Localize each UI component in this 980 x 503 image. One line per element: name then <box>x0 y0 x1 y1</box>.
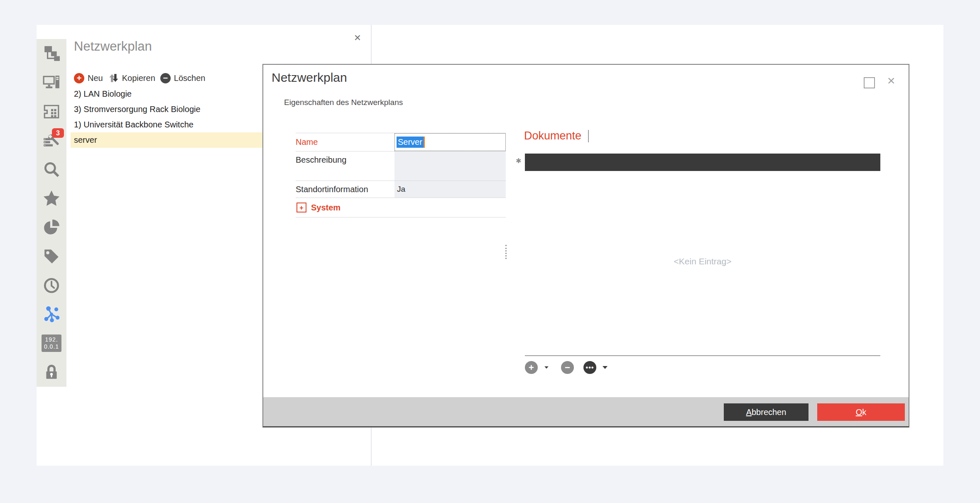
tag-icon <box>43 248 60 265</box>
location-label: Standortinformation <box>296 181 394 198</box>
documents-separator <box>525 355 880 356</box>
favorites-star-icon <box>43 190 60 207</box>
search-icon <box>43 161 60 178</box>
sidebar-item-service-tools[interactable]: 3 <box>37 126 66 155</box>
delete-button-label: Löschen <box>174 73 206 83</box>
topology-icon <box>43 45 60 62</box>
masked-entry-marker-icon: ✱ <box>516 157 521 165</box>
floorplan-icon <box>43 103 60 120</box>
panel-toolbar: + Neu Kopieren − Löschen <box>74 71 205 85</box>
sidebar-item-favorites[interactable] <box>37 184 66 213</box>
copy-button[interactable]: Kopieren <box>108 73 155 83</box>
workstation-icon <box>43 74 60 91</box>
navigation-sidebar: 3 <box>37 39 66 387</box>
description-field[interactable] <box>394 151 506 181</box>
minus-circle-icon: − <box>160 73 171 83</box>
expand-plus-icon[interactable]: + <box>296 203 306 212</box>
sidebar-item-history[interactable] <box>37 271 66 300</box>
plus-circle-icon: + <box>74 73 84 83</box>
more-options-button[interactable]: ••• <box>583 361 596 374</box>
panel-title: Netzwerkplan <box>74 39 152 54</box>
pane-splitter-handle[interactable] <box>505 245 507 259</box>
sidebar-item-permissions[interactable] <box>37 358 66 387</box>
network-map-icon <box>43 305 60 323</box>
sidebar-item-ip-addresses[interactable]: 192. 0.0.1 <box>37 329 66 358</box>
sidebar-item-search[interactable] <box>37 155 66 184</box>
name-field-value: Server <box>397 137 424 148</box>
new-button[interactable]: + Neu <box>74 73 103 83</box>
sidebar-item-workstation[interactable] <box>37 68 66 97</box>
lock-icon <box>43 364 60 381</box>
maximize-icon[interactable] <box>864 77 875 88</box>
system-section-label: System <box>311 203 341 212</box>
documents-title: Dokumente <box>524 129 589 142</box>
cancel-button-label: Abbrechen <box>746 408 786 417</box>
description-label: Beschreibung <box>296 151 394 181</box>
name-label: Name <box>296 133 394 151</box>
empty-list-placeholder: <Kein Eintrag> <box>525 256 880 266</box>
remove-document-button[interactable]: − <box>561 361 574 374</box>
location-field[interactable]: Ja <box>394 181 506 198</box>
dialog-title: Netzwerkplan <box>272 71 347 85</box>
documents-action-bar: + − ••• <box>525 361 610 374</box>
netzwerkplan-dialog: Netzwerkplan Eigenschaften des Netzwerkp… <box>262 64 909 427</box>
separator <box>296 217 506 217</box>
notification-badge: 3 <box>52 128 64 138</box>
add-document-button[interactable]: + <box>525 361 538 374</box>
sidebar-item-network-map[interactable] <box>37 300 66 329</box>
form-row-description: Beschreibung <box>296 151 506 181</box>
pie-chart-icon <box>43 219 60 236</box>
close-icon[interactable]: × <box>884 73 899 88</box>
dialog-footer: Abbrechen Ok <box>263 397 909 426</box>
copy-arrows-icon <box>108 73 119 83</box>
ok-button-label: Ok <box>856 408 867 417</box>
text-caret <box>424 137 425 148</box>
system-section-header[interactable]: + System <box>296 198 506 217</box>
copy-button-label: Kopieren <box>122 73 155 83</box>
clock-icon <box>43 277 60 294</box>
more-dropdown-caret-icon[interactable] <box>603 366 608 369</box>
form-row-location: Standortinformation Ja <box>296 181 506 198</box>
ok-button[interactable]: Ok <box>817 403 905 421</box>
form-row-name: Name Server <box>296 133 506 151</box>
add-dropdown-caret-icon[interactable] <box>544 366 549 369</box>
sidebar-item-floorplan[interactable] <box>37 97 66 126</box>
sidebar-item-reports[interactable] <box>37 213 66 242</box>
ip-address-icon: 192. 0.0.1 <box>42 335 61 352</box>
properties-form: Name Server Beschreibung Standortinforma… <box>296 133 506 217</box>
text-cursor-icon <box>588 130 589 142</box>
masked-document-entry[interactable] <box>525 154 880 171</box>
dialog-subtitle: Eigenschaften des Netzwerkplans <box>284 98 403 107</box>
name-field[interactable]: Server <box>394 133 506 151</box>
panel-close-icon[interactable]: × <box>350 31 365 45</box>
delete-button[interactable]: − Löschen <box>160 73 206 83</box>
sidebar-item-topology[interactable] <box>37 39 66 68</box>
new-button-label: Neu <box>88 73 103 83</box>
sidebar-item-tags[interactable] <box>37 242 66 271</box>
cancel-button[interactable]: Abbrechen <box>724 403 808 421</box>
